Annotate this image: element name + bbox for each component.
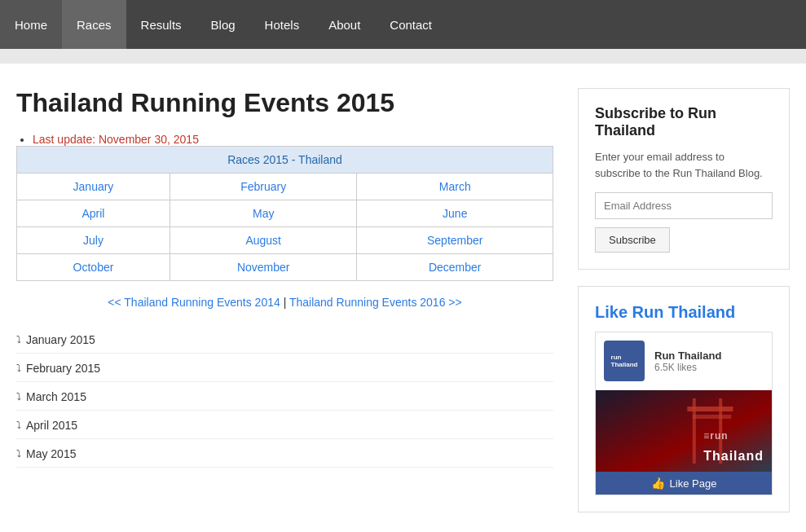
- like-box: Like Run Thailand runThailand Run Thaila…: [578, 286, 790, 512]
- fb-banner: ≡run Thailand: [596, 390, 772, 472]
- month-november[interactable]: November: [237, 261, 290, 274]
- chevron-down-icon: ⤵: [16, 420, 21, 431]
- thumbs-up-icon: 👍: [651, 477, 665, 490]
- month-march[interactable]: March: [439, 180, 471, 193]
- svg-rect-3: [687, 407, 733, 411]
- month-june[interactable]: June: [443, 207, 467, 220]
- main-content: Thailand Running Events 2015 Last update…: [16, 88, 553, 529]
- facebook-mock: runThailand Run Thailand 6.5K likes: [595, 332, 773, 495]
- accordion-toggle-mar[interactable]: ⤵ March 2015: [16, 384, 553, 411]
- month-may[interactable]: May: [253, 207, 274, 220]
- accordion-toggle-jan[interactable]: ⤵ January 2015: [16, 327, 553, 354]
- month-january[interactable]: January: [73, 180, 114, 193]
- accordion-label-may: May 2015: [26, 447, 76, 460]
- fb-likes-count: 6.5K likes: [654, 362, 721, 373]
- table-row: April May June: [17, 200, 553, 227]
- month-october[interactable]: October: [73, 261, 114, 274]
- accordion-item-feb: ⤵ February 2015: [16, 355, 553, 382]
- accordion-item-mar: ⤵ March 2015: [16, 384, 553, 411]
- accordion-item-jan: ⤵ January 2015: [16, 327, 553, 354]
- table-header: Races 2015 - Thailand: [17, 147, 553, 174]
- table-row: October November December: [17, 254, 553, 281]
- sidebar: Subscribe to Run Thailand Enter your ema…: [578, 88, 790, 529]
- fb-page-name: Run Thailand: [654, 350, 721, 362]
- month-september[interactable]: September: [427, 234, 482, 247]
- chevron-down-icon: ⤵: [16, 363, 21, 374]
- nav-hotels[interactable]: Hotels: [250, 0, 315, 49]
- subscribe-title: Subscribe to Run Thailand: [595, 105, 773, 139]
- email-input[interactable]: [595, 192, 773, 219]
- accordion-label-apr: April 2015: [26, 419, 77, 432]
- accordion-label-feb: February 2015: [26, 362, 100, 375]
- table-row: January February March: [17, 174, 553, 200]
- layout: Thailand Running Events 2015 Last update…: [16, 88, 790, 529]
- month-august[interactable]: August: [245, 234, 281, 247]
- nav-blog[interactable]: Blog: [196, 0, 250, 49]
- races-table: Races 2015 - Thailand January February M…: [16, 146, 553, 281]
- table-row: July August September: [17, 227, 553, 254]
- accordion-toggle-may[interactable]: ⤵ May 2015: [16, 441, 553, 468]
- svg-rect-4: [693, 415, 732, 419]
- accordion-toggle-apr[interactable]: ⤵ April 2015: [16, 412, 553, 439]
- chevron-down-icon: ⤵: [16, 391, 21, 402]
- fb-like-label: Like Page: [670, 477, 717, 490]
- subscribe-box: Subscribe to Run Thailand Enter your ema…: [578, 88, 790, 270]
- separator: |: [284, 296, 289, 309]
- accordion-item-may: ⤵ May 2015: [16, 441, 553, 468]
- subscribe-button[interactable]: Subscribe: [595, 227, 670, 253]
- page-title: Thailand Running Events 2015: [16, 88, 553, 118]
- month-july[interactable]: July: [83, 234, 104, 247]
- main-nav: Home Races Results Blog Hotels About Con…: [0, 0, 806, 49]
- year-nav: << Thailand Running Events 2014 | Thaila…: [16, 296, 553, 309]
- update-list: Last update: November 30, 2015: [16, 133, 553, 146]
- month-february[interactable]: February: [240, 180, 286, 193]
- chevron-down-icon: ⤵: [16, 448, 21, 459]
- page-wrapper: Thailand Running Events 2015 Last update…: [0, 64, 806, 532]
- accordion-item-apr: ⤵ April 2015: [16, 412, 553, 439]
- chevron-down-icon: ⤵: [16, 334, 21, 345]
- prev-year-link[interactable]: << Thailand Running Events 2014: [108, 296, 280, 309]
- accordion-label-mar: March 2015: [26, 390, 86, 403]
- last-update: Last update: November 30, 2015: [33, 133, 199, 146]
- nav-home[interactable]: Home: [0, 0, 62, 49]
- nav-races[interactable]: Races: [62, 0, 126, 49]
- fb-info: Run Thailand 6.5K likes: [654, 350, 721, 373]
- month-december[interactable]: December: [429, 261, 482, 274]
- accordion-toggle-feb[interactable]: ⤵ February 2015: [16, 355, 553, 382]
- accordion-label-jan: January 2015: [26, 333, 95, 346]
- month-april[interactable]: April: [81, 207, 104, 220]
- fb-banner-text: ≡run Thailand: [703, 423, 764, 465]
- fb-like-button[interactable]: 👍 Like Page: [596, 472, 772, 495]
- nav-about[interactable]: About: [314, 0, 375, 49]
- next-year-link[interactable]: Thailand Running Events 2016 >>: [289, 296, 462, 309]
- subscribe-description: Enter your email address to subscribe to…: [595, 149, 773, 181]
- accordion: ⤵ January 2015 ⤵ February 2015 ⤵ March 2…: [16, 327, 553, 468]
- fb-logo: runThailand: [604, 341, 645, 381]
- nav-contact[interactable]: Contact: [375, 0, 447, 49]
- like-title: Like Run Thailand: [595, 303, 773, 322]
- nav-results[interactable]: Results: [126, 0, 196, 49]
- fb-page-info: runThailand Run Thailand 6.5K likes: [596, 332, 772, 390]
